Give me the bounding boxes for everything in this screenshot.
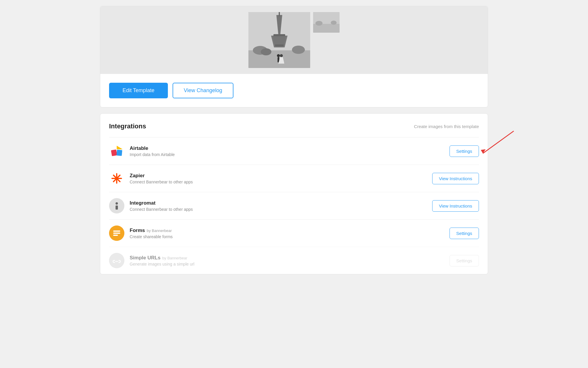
simple-urls-desc: Generate images using a simple url bbox=[130, 262, 444, 266]
forms-icon bbox=[109, 226, 124, 241]
integromat-name: Integromat bbox=[130, 200, 427, 206]
svg-rect-8 bbox=[279, 12, 280, 16]
integromat-icon bbox=[109, 198, 124, 213]
svg-point-12 bbox=[277, 54, 280, 57]
simple-urls-icon bbox=[109, 253, 124, 268]
integration-row-forms: Formsby Bannerbear Create shareable form… bbox=[109, 219, 479, 247]
zapier-desc: Connect Bannerbear to other apps bbox=[130, 180, 427, 184]
main-photo bbox=[248, 12, 310, 68]
simple-urls-info: Simple URLsby Bannerbear Generate images… bbox=[130, 255, 444, 266]
action-buttons-area: Edit Template View Changelog bbox=[100, 74, 488, 107]
integromat-info: Integromat Connect Bannerbear to other a… bbox=[130, 200, 427, 212]
svg-point-32 bbox=[116, 202, 118, 205]
svg-marker-22 bbox=[117, 146, 123, 149]
svg-marker-21 bbox=[481, 149, 485, 153]
svg-point-38 bbox=[109, 253, 124, 268]
integration-row-integromat: Integromat Connect Bannerbear to other a… bbox=[109, 192, 479, 219]
integration-row-zapier: Zapier Connect Bannerbear to other apps … bbox=[109, 165, 479, 192]
forms-info: Formsby Bannerbear Create shareable form… bbox=[130, 228, 444, 239]
edit-template-button[interactable]: Edit Template bbox=[109, 83, 168, 98]
svg-rect-24 bbox=[116, 150, 122, 156]
zapier-view-instructions-button[interactable]: View Instructions bbox=[432, 173, 479, 184]
svg-rect-23 bbox=[111, 150, 117, 156]
image-preview-area bbox=[100, 6, 488, 74]
svg-rect-33 bbox=[116, 205, 118, 210]
secondary-photo bbox=[313, 12, 340, 33]
svg-point-30 bbox=[115, 177, 118, 180]
svg-rect-4 bbox=[273, 34, 285, 36]
forms-settings-button[interactable]: Settings bbox=[450, 228, 479, 239]
integration-row-simple-urls: Simple URLsby Bannerbear Generate images… bbox=[109, 247, 479, 274]
airtable-name: Airtable bbox=[130, 145, 444, 151]
simple-urls-name: Simple URLsby Bannerbear bbox=[130, 255, 444, 261]
integrations-header: Integrations Create images from this tem… bbox=[109, 122, 479, 130]
svg-point-10 bbox=[292, 46, 305, 54]
integromat-desc: Connect Bannerbear to other apps bbox=[130, 207, 427, 212]
airtable-settings-button[interactable]: Settings bbox=[450, 145, 479, 157]
svg-rect-35 bbox=[113, 231, 120, 232]
svg-rect-36 bbox=[113, 233, 120, 234]
svg-rect-5 bbox=[275, 44, 284, 46]
arrow-annotation bbox=[476, 128, 517, 158]
integration-row-airtable: Airtable Import data from Airtable Setti… bbox=[109, 137, 479, 165]
simple-urls-settings-button: Settings bbox=[450, 255, 479, 266]
view-changelog-button[interactable]: View Changelog bbox=[173, 83, 233, 98]
svg-point-11 bbox=[261, 48, 271, 55]
integrations-title: Integrations bbox=[109, 122, 146, 130]
svg-rect-37 bbox=[113, 235, 118, 236]
zapier-info: Zapier Connect Bannerbear to other apps bbox=[130, 173, 427, 184]
image-preview-card: Edit Template View Changelog bbox=[100, 6, 488, 107]
airtable-info: Airtable Import data from Airtable bbox=[130, 145, 444, 157]
zapier-name: Zapier bbox=[130, 173, 427, 179]
integrations-card: Integrations Create images from this tem… bbox=[100, 113, 488, 274]
forms-desc: Create shareable forms bbox=[130, 234, 444, 239]
svg-point-18 bbox=[315, 21, 323, 26]
svg-point-14 bbox=[280, 54, 283, 57]
airtable-desc: Import data from Airtable bbox=[130, 152, 444, 157]
svg-point-19 bbox=[331, 21, 337, 25]
svg-rect-39 bbox=[115, 261, 118, 262]
zapier-icon bbox=[109, 171, 124, 186]
integromat-view-instructions-button[interactable]: View Instructions bbox=[432, 200, 479, 212]
integrations-subtitle: Create images from this template bbox=[414, 124, 479, 129]
forms-name: Formsby Bannerbear bbox=[130, 228, 444, 233]
svg-line-20 bbox=[483, 131, 514, 153]
airtable-icon bbox=[109, 143, 124, 159]
